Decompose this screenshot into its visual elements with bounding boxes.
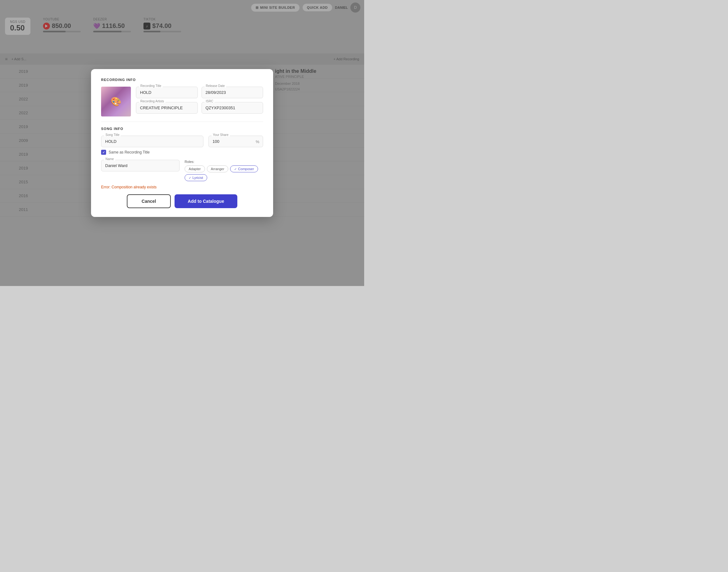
recording-artists-group: Recording Artists	[136, 102, 198, 114]
add-to-catalogue-button[interactable]: Add to Catalogue	[174, 194, 237, 208]
roles-chips: Adapter Arranger ✓ Composer ✓ Lyricist	[185, 165, 263, 181]
divider	[101, 122, 263, 122]
recording-info-modal: RECORDING INFO 🎨 Recording Title Release…	[91, 69, 273, 217]
name-roles-row: Name Roles: Adapter Arranger ✓	[101, 160, 263, 181]
album-art: 🎨	[101, 87, 131, 117]
isrc-group: ISRC	[202, 102, 264, 114]
your-share-input[interactable]	[208, 136, 263, 147]
song-title-input[interactable]	[101, 136, 203, 147]
share-percent-symbol: %	[256, 139, 259, 144]
fields-row-2: Recording Artists ISRC	[136, 102, 263, 114]
composer-check-icon: ✓	[234, 167, 237, 171]
release-date-label: Release Date	[205, 84, 226, 88]
role-chip-composer[interactable]: ✓ Composer	[230, 165, 258, 172]
release-date-input[interactable]	[202, 87, 264, 98]
recording-title-input[interactable]	[136, 87, 198, 98]
composer-label: Composer	[238, 167, 254, 171]
name-input[interactable]	[101, 160, 179, 171]
recording-artists-input[interactable]	[136, 102, 198, 114]
adapter-label: Adapter	[189, 167, 201, 171]
your-share-group: Your Share %	[208, 136, 263, 147]
name-label: Name	[104, 157, 115, 161]
isrc-input[interactable]	[202, 102, 264, 114]
roles-group: Roles: Adapter Arranger ✓ Composer	[185, 160, 263, 181]
arranger-label: Arranger	[211, 167, 224, 171]
role-chip-adapter[interactable]: Adapter	[185, 165, 205, 172]
lyricist-check-icon: ✓	[189, 176, 191, 180]
recording-title-group: Recording Title	[136, 87, 198, 98]
same-as-recording-row: Same as Recording Title	[101, 150, 263, 155]
share-input-wrap: %	[208, 136, 263, 147]
recording-title-label: Recording Title	[139, 84, 163, 88]
modal-actions: Cancel Add to Catalogue	[101, 194, 263, 208]
song-title-group: Song Title	[101, 136, 203, 147]
name-group: Name	[101, 160, 179, 171]
recording-info-row: 🎨 Recording Title Release Date Re	[101, 87, 263, 117]
lyricist-label: Lyricist	[193, 176, 203, 180]
song-fields-row: Song Title Your Share %	[101, 136, 263, 147]
same-as-recording-label: Same as Recording Title	[108, 150, 150, 154]
roles-label: Roles:	[185, 160, 263, 163]
fields-row-1: Recording Title Release Date	[136, 87, 263, 98]
song-info-title: SONG INFO	[101, 127, 263, 131]
role-chip-arranger[interactable]: Arranger	[207, 165, 228, 172]
error-message: Error: Composition already exists	[101, 185, 263, 189]
recording-fields: Recording Title Release Date Recording A…	[136, 87, 263, 114]
role-chip-lyricist[interactable]: ✓ Lyricist	[185, 174, 207, 181]
your-share-label: Your Share	[212, 133, 230, 137]
song-title-label: Song Title	[104, 133, 121, 137]
modal-overlay: RECORDING INFO 🎨 Recording Title Release…	[0, 0, 364, 286]
recording-artists-label: Recording Artists	[139, 99, 165, 103]
isrc-label: ISRC	[205, 99, 215, 103]
release-date-group: Release Date	[202, 87, 264, 98]
same-as-recording-checkbox[interactable]	[101, 150, 106, 155]
cancel-button[interactable]: Cancel	[127, 194, 171, 208]
album-art-inner: 🎨	[101, 87, 131, 117]
song-info-section: SONG INFO Song Title Your Share % Same a…	[101, 127, 263, 181]
recording-info-title: RECORDING INFO	[101, 78, 263, 82]
